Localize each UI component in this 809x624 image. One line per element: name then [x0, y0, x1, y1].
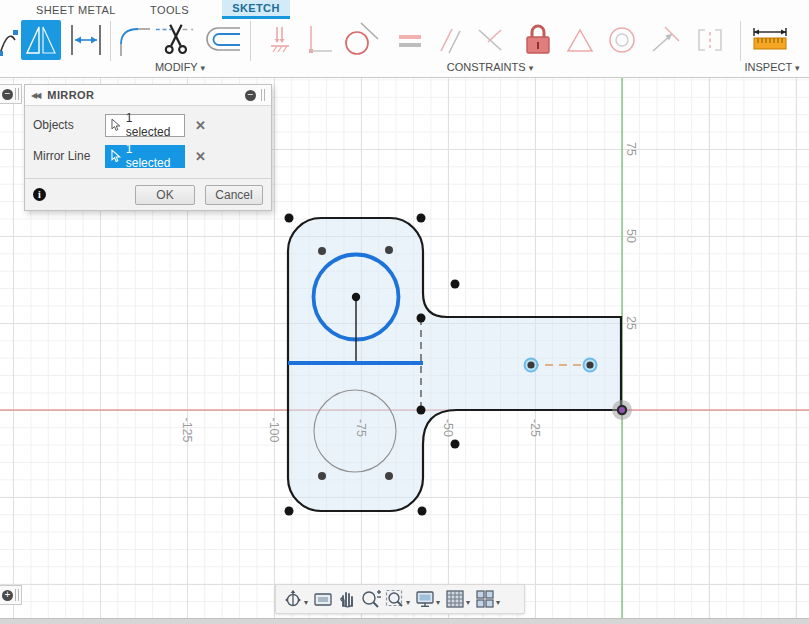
display-settings-icon: [415, 589, 435, 609]
dimension-icon: [67, 22, 105, 58]
sketch-canvas[interactable]: -125 -100 -75 -50 -25 75 50 25 − + ◀◀ MI…: [0, 78, 809, 618]
concentric-button[interactable]: [602, 20, 642, 60]
coincident-icon: [302, 23, 334, 57]
inspect-group-label[interactable]: INSPECT ▾: [744, 61, 799, 73]
pan-icon: [337, 589, 357, 609]
tangent-button[interactable]: [340, 20, 380, 60]
parallel-icon: [434, 23, 466, 57]
zoom-window-button[interactable]: [384, 588, 406, 610]
lock-icon: [522, 23, 554, 57]
info-icon[interactable]: i: [33, 188, 46, 201]
dialog-drag-handle[interactable]: [261, 89, 265, 101]
mirror-tool-button[interactable]: [21, 20, 61, 60]
fix-ground-icon: [265, 24, 295, 56]
coincident-button[interactable]: [298, 20, 338, 60]
viewports-icon: [475, 589, 495, 609]
zoom-button[interactable]: [360, 588, 382, 610]
midpoint-button[interactable]: [690, 20, 730, 60]
chevron-down-icon[interactable]: ▾: [406, 598, 410, 607]
mirror-dialog: ◀◀ MIRROR − Objects 1 selected ✕ Mirror …: [24, 84, 272, 211]
dialog-footer: i OK Cancel: [25, 178, 271, 210]
mirror-line-clear-icon[interactable]: ✕: [195, 149, 206, 164]
measure-icon: [750, 24, 790, 56]
display-settings-button[interactable]: [414, 588, 436, 610]
lock-button[interactable]: [518, 20, 558, 60]
collapsed-panel-tab-bottom[interactable]: +: [0, 585, 22, 605]
collapse-icon[interactable]: ◀◀: [31, 91, 39, 100]
minus-icon[interactable]: −: [2, 89, 13, 100]
x-axis-label: -125: [180, 417, 194, 442]
ok-button[interactable]: OK: [135, 185, 195, 205]
cancel-button[interactable]: Cancel: [205, 185, 263, 205]
plus-icon[interactable]: +: [2, 590, 13, 601]
chevron-down-icon[interactable]: ▾: [496, 598, 500, 607]
ribbon-tabs: SHEET METAL TOOLS SKETCH: [0, 0, 809, 19]
group-label-text: INSPECT: [744, 61, 791, 73]
sketch-dimension-button[interactable]: [66, 20, 106, 60]
symmetry-button[interactable]: [560, 20, 600, 60]
drag-handle[interactable]: [15, 88, 19, 100]
perpendicular-icon: [473, 24, 507, 56]
spline-glyph: [0, 20, 18, 60]
chevron-down-icon[interactable]: ▾: [436, 598, 440, 607]
tab-label: SKETCH: [232, 2, 280, 14]
fillet-button[interactable]: [114, 20, 154, 60]
measure-button[interactable]: [750, 20, 790, 60]
fix-ground-button[interactable]: [260, 20, 300, 60]
objects-selection-button[interactable]: 1 selected: [105, 114, 185, 137]
objects-clear-icon[interactable]: ✕: [195, 118, 206, 133]
mirror-line-selection-count: 1 selected: [126, 142, 179, 170]
objects-label: Objects: [33, 118, 105, 132]
tangent-point-icon: [648, 24, 682, 56]
offset-button[interactable]: [202, 20, 242, 60]
mirror-dialog-titlebar[interactable]: ◀◀ MIRROR −: [25, 85, 271, 106]
x-axis-label: -25: [528, 419, 542, 437]
orbit-button[interactable]: [282, 588, 304, 610]
chevron-down-icon[interactable]: ▾: [304, 598, 308, 607]
equal-icon: [395, 25, 425, 55]
mirror-line-row: Mirror Line 1 selected ✕: [33, 144, 263, 168]
origin-point[interactable]: [612, 400, 632, 420]
toolbar-divider: [740, 21, 741, 61]
pan-button[interactable]: [336, 588, 358, 610]
grid-settings-button[interactable]: [444, 588, 466, 610]
symmetry-icon: [564, 25, 596, 55]
x-axis-label: -50: [441, 419, 455, 437]
toolbar-divider: [110, 21, 111, 61]
top-toolbar: SHEET METAL TOOLS SKETCH: [0, 0, 809, 78]
trim-button[interactable]: [154, 20, 194, 60]
look-at-icon: [313, 589, 333, 609]
chevron-down-icon: ▾: [201, 63, 206, 73]
modify-group-label[interactable]: MODIFY ▾: [155, 61, 205, 73]
group-label-text: MODIFY: [155, 61, 198, 73]
dialog-title: MIRROR: [47, 89, 245, 101]
y-axis-label: 25: [624, 316, 638, 330]
drag-handle[interactable]: [15, 589, 19, 601]
view-navigation-bar: ▾: [275, 584, 525, 614]
constraints-group-label[interactable]: CONSTRAINTS ▾: [447, 61, 533, 73]
window-bottom-strip: [0, 618, 809, 624]
tab-sketch[interactable]: SKETCH: [222, 0, 290, 19]
offset-icon: [202, 23, 242, 57]
chevron-down-icon: ▾: [795, 63, 800, 73]
spline-icon[interactable]: [0, 20, 18, 60]
parallel-button[interactable]: [430, 20, 470, 60]
chevron-down-icon: ▾: [529, 63, 534, 73]
midpoint-icon: [693, 24, 727, 56]
objects-row: Objects 1 selected ✕: [33, 113, 263, 137]
tangent-point-button[interactable]: [645, 20, 685, 60]
tab-label: SHEET METAL: [36, 4, 116, 16]
chevron-down-icon[interactable]: ▾: [466, 598, 470, 607]
viewports-button[interactable]: [474, 588, 496, 610]
tab-sheet-metal[interactable]: SHEET METAL: [26, 0, 126, 19]
look-at-button[interactable]: [312, 588, 334, 610]
tab-tools[interactable]: TOOLS: [140, 0, 199, 19]
mirror-line-selection-button[interactable]: 1 selected: [105, 145, 185, 168]
orbit-icon: [283, 589, 303, 609]
collapsed-panel-tab-top[interactable]: −: [0, 84, 22, 104]
minimize-icon[interactable]: −: [245, 90, 256, 101]
tangent-icon: [341, 21, 379, 59]
equal-button[interactable]: [390, 20, 430, 60]
perpendicular-button[interactable]: [470, 20, 510, 60]
tools-row: [0, 19, 809, 62]
